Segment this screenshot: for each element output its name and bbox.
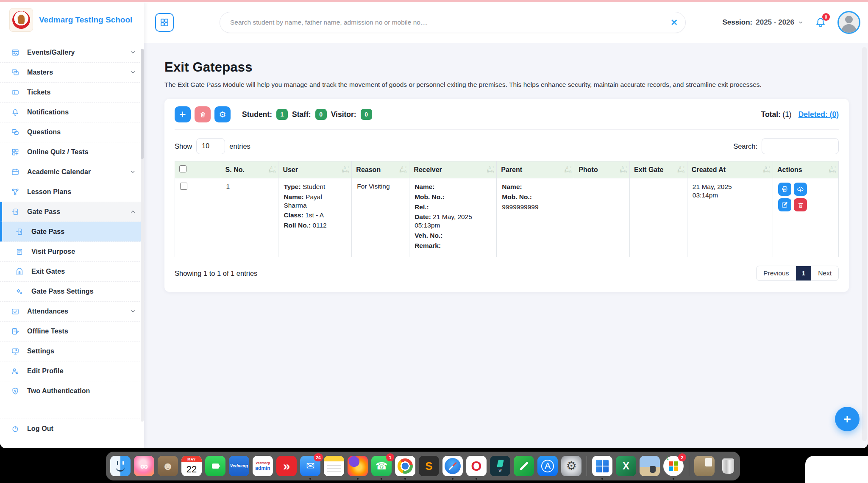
sidebar-item-gate-pass-parent[interactable]: Gate Pass xyxy=(0,202,144,222)
facetime-icon[interactable] xyxy=(205,456,225,476)
gears-icon xyxy=(14,286,25,297)
calendar-app-icon[interactable]: MAY22 xyxy=(181,456,202,476)
sidebar-item-events-gallery[interactable]: Events/Gallery xyxy=(0,42,144,62)
teal-video-app-icon[interactable]: w xyxy=(490,456,510,476)
sidebar-item-log-out[interactable]: Log Out xyxy=(0,419,144,439)
clear-search-icon[interactable]: ✕ xyxy=(670,18,678,27)
sidebar-scrollbar[interactable] xyxy=(141,49,144,422)
windows-icon[interactable] xyxy=(592,456,612,476)
row-checkbox[interactable] xyxy=(180,183,187,190)
column-actions[interactable]: Actionsâ–²â–¼ xyxy=(773,161,839,178)
vedmarg-app-icon[interactable]: Vedmarg xyxy=(229,456,249,476)
brand[interactable]: Vedmarg Testing School xyxy=(0,2,144,36)
column-receiver[interactable]: Receiverâ–²â–¼ xyxy=(409,161,497,178)
whatsapp-icon[interactable]: ☎1 xyxy=(371,456,392,476)
session-selector[interactable]: Session: 2025 - 2026 xyxy=(722,18,804,27)
sidebar-item-edit-profile[interactable]: Edit Profile xyxy=(0,361,144,381)
excel-icon[interactable]: X xyxy=(616,456,636,476)
photo-app-icon[interactable] xyxy=(640,456,660,476)
download-cloud-button[interactable] xyxy=(794,183,807,196)
sidebar-item-lesson-plans[interactable]: Lesson Plans xyxy=(0,182,144,202)
sidebar-item-two-authentication[interactable]: Two Authentication xyxy=(0,381,144,401)
topbar: ✕ Session: 2025 - 2026 0 xyxy=(144,2,868,43)
table-controls: Show entries Search: xyxy=(175,138,839,154)
chevron-up-icon xyxy=(130,208,136,215)
table-footer: Showing 1 to 1 of 1 entries Previous 1 N… xyxy=(175,266,839,281)
delete-button[interactable] xyxy=(794,198,807,211)
opera-icon[interactable]: O xyxy=(466,456,487,476)
column-user[interactable]: Userâ–²â–¼ xyxy=(278,161,352,178)
mail-icon[interactable]: ✉24 xyxy=(300,456,320,476)
power-icon xyxy=(10,424,20,434)
gatepass-card: ⚙ Student: 1 Staff: 0 Visitor: 0 Total: … xyxy=(164,99,849,292)
sidebar-item-settings[interactable]: Settings xyxy=(0,341,144,361)
next-page-button[interactable]: Next xyxy=(811,266,838,280)
deleted-link[interactable]: Deleted: (0) xyxy=(798,110,839,119)
global-search-input[interactable] xyxy=(230,19,670,26)
sidebar-subitem-gate-pass[interactable]: Gate Pass xyxy=(0,222,144,242)
column-exit-gate[interactable]: Exit Gateâ–²â–¼ xyxy=(630,161,687,178)
sublime-text-icon[interactable]: S xyxy=(419,456,439,476)
system-settings-icon[interactable]: ⚙ xyxy=(561,456,581,476)
red-diamond-app-icon[interactable]: » xyxy=(276,456,297,476)
sidebar-item-notifications[interactable]: Notifications xyxy=(0,102,144,122)
bulk-delete-button[interactable] xyxy=(195,106,211,122)
sidebar-item-attendances[interactable]: Attendances xyxy=(0,301,144,321)
notification-badge: 0 xyxy=(822,13,830,21)
sort-icon: â–²â–¼ xyxy=(620,166,627,174)
row-photo-cell xyxy=(574,178,630,257)
sidebar-item-academic-calendar[interactable]: Academic Calendar xyxy=(0,162,144,182)
select-all-checkbox[interactable] xyxy=(179,165,186,172)
add-gatepass-button[interactable] xyxy=(175,106,191,122)
column-photo[interactable]: Photoâ–²â–¼ xyxy=(574,161,630,178)
row-select-cell xyxy=(175,178,221,257)
table-search-input[interactable] xyxy=(762,138,839,154)
page-number-button[interactable]: 1 xyxy=(796,266,812,280)
microsoft-update-icon[interactable]: ↓2 xyxy=(663,456,684,476)
print-button[interactable] xyxy=(778,183,791,196)
firefox-icon[interactable] xyxy=(348,456,368,476)
sidebar-subitem-exit-gates[interactable]: Exit Gates xyxy=(0,261,144,281)
notes-icon[interactable] xyxy=(324,456,344,476)
app-store-icon[interactable]: A xyxy=(537,456,558,476)
sidebar-subitem-visit-purpose[interactable]: Visit Purpose xyxy=(0,242,144,261)
contacts-icon[interactable]: ☻ xyxy=(158,456,178,476)
page-length-input[interactable] xyxy=(196,138,225,154)
chrome-icon[interactable] xyxy=(395,456,415,476)
safari-icon[interactable] xyxy=(442,456,463,476)
sidebar-item-tickets[interactable]: Tickets xyxy=(0,82,144,102)
total-label: Total: xyxy=(761,110,781,119)
green-pen-app-icon[interactable] xyxy=(514,456,534,476)
shield-lock-icon xyxy=(10,386,20,396)
finder-icon[interactable] xyxy=(110,456,131,476)
avatar[interactable] xyxy=(837,11,860,34)
page-title: Exit Gatepass xyxy=(164,60,849,75)
sidebar-item-masters[interactable]: Masters xyxy=(0,62,144,82)
edit-button[interactable] xyxy=(778,198,791,211)
type-counters: Student: 1 Staff: 0 Visitor: 0 xyxy=(242,109,372,120)
gatepass-settings-button[interactable]: ⚙ xyxy=(214,106,231,122)
browser-window: Vedmarg Testing School Events/Gallery Ma… xyxy=(0,0,868,448)
downloads-icon[interactable] xyxy=(694,456,715,476)
notification-bell-icon[interactable]: 0 xyxy=(813,15,828,30)
column-created-at[interactable]: Created Atâ–²â–¼ xyxy=(687,161,773,178)
column-parent[interactable]: Parentâ–²â–¼ xyxy=(497,161,574,178)
trash-icon[interactable] xyxy=(718,456,738,476)
sidebar-item-online-quiz[interactable]: Online Quiz / Tests xyxy=(0,142,144,162)
previous-page-button[interactable]: Previous xyxy=(757,266,796,280)
header-select-all xyxy=(175,161,221,178)
attendance-icon xyxy=(10,306,20,316)
sidebar-subitem-gate-pass-settings[interactable]: Gate Pass Settings xyxy=(0,281,144,301)
column-sno[interactable]: S. No.â–²â–¼ xyxy=(221,161,278,178)
row-receiver-cell: Name: Mob. No.: Rel.: Date: 21 May, 2025… xyxy=(409,178,497,257)
page-scrollbar[interactable] xyxy=(862,47,867,441)
vedmarg-admin-app-icon[interactable]: Vedmargadmin xyxy=(253,456,273,476)
loop-app-icon[interactable]: ∞ xyxy=(134,456,154,476)
gate-pass-icon xyxy=(14,227,25,237)
sidebar-item-offline-tests[interactable]: Offline Tests xyxy=(0,321,144,341)
column-reason[interactable]: Reasonâ–²â–¼ xyxy=(352,161,409,178)
running-indicator xyxy=(601,478,603,480)
apps-grid-icon[interactable] xyxy=(155,13,174,32)
sidebar-item-questions[interactable]: Questions xyxy=(0,122,144,142)
floating-add-button[interactable]: + xyxy=(835,407,860,431)
